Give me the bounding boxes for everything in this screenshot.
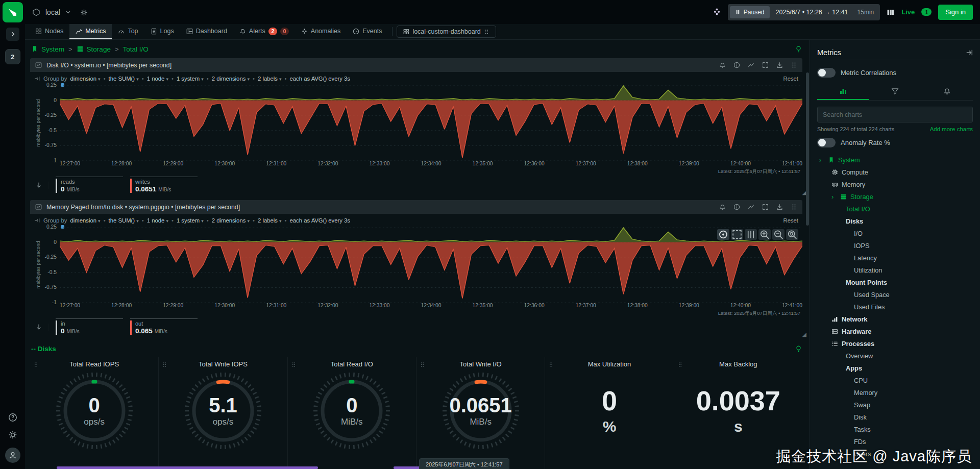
tab-alerts[interactable] bbox=[921, 83, 973, 100]
space-badge[interactable]: 2 bbox=[5, 49, 20, 64]
chart-info-button[interactable] bbox=[733, 204, 740, 210]
sidebar-tree-item-storage[interactable]: ›Storage bbox=[817, 190, 973, 203]
nav-tab-top[interactable]: Top bbox=[112, 24, 144, 39]
toolbar-chip-1-system[interactable]: 1 system ▾ bbox=[177, 76, 204, 82]
gauge-card-total-write-i-o[interactable]: Total Write I/O0.0651MiB/s bbox=[416, 357, 545, 469]
sidebar-tree-item-memory[interactable]: Memory bbox=[817, 386, 973, 399]
nav-tab-local-custom-dashboard[interactable]: local-custom-dashboard bbox=[397, 26, 496, 38]
collapse-sidebar-icon[interactable] bbox=[966, 49, 973, 56]
reset-button[interactable]: Reset bbox=[783, 76, 798, 82]
sidebar-tree-item-used-space[interactable]: Used Space bbox=[817, 288, 973, 301]
toolbar-chip-dimension[interactable]: dimension ▾ bbox=[70, 217, 100, 224]
toolbar-chip-the-sum[interactable]: the SUM() ▾ bbox=[109, 217, 139, 224]
plot-canvas[interactable] bbox=[60, 85, 802, 161]
user-avatar[interactable] bbox=[5, 448, 20, 463]
sign-in-button[interactable]: Sign in bbox=[938, 5, 973, 20]
sidebar-tree-item-overview[interactable]: Overview bbox=[817, 350, 973, 362]
gauge-card-max-utilization[interactable]: Max Utilization0% bbox=[545, 357, 674, 469]
chart-line-button[interactable] bbox=[748, 204, 754, 210]
space-settings-button[interactable] bbox=[80, 8, 88, 16]
sidebar-tree-item-swap[interactable]: Swap bbox=[817, 399, 973, 411]
sidebar-tree-item-disk[interactable]: Disk bbox=[817, 411, 973, 423]
anomaly-rate-toggle[interactable] bbox=[817, 138, 836, 147]
search-charts-input[interactable] bbox=[817, 107, 973, 122]
settings-button[interactable] bbox=[8, 430, 17, 439]
toolbar-chip-2-labels[interactable]: 2 labels ▾ bbox=[258, 76, 282, 82]
sidebar-tree-item-disks[interactable]: Disks bbox=[817, 215, 973, 227]
pause-button[interactable]: Paused bbox=[730, 6, 770, 18]
sidebar-tree-item-iops[interactable]: IOPS bbox=[817, 239, 973, 252]
legend-item-writes[interactable]: writes 0.0651MiB/s bbox=[130, 177, 198, 194]
tab-filters[interactable] bbox=[869, 83, 921, 100]
chart-select-button[interactable] bbox=[731, 229, 743, 240]
sidebar-tree-item-compute[interactable]: Compute bbox=[817, 166, 973, 178]
drag-handle-icon[interactable] bbox=[162, 360, 167, 368]
chart-bell-button[interactable] bbox=[719, 62, 726, 68]
nav-tab-logs[interactable]: Logs bbox=[144, 24, 180, 39]
chart-dots-button[interactable] bbox=[791, 204, 797, 210]
gauge-card-total-read-iops[interactable]: Total Read IOPS0ops/s bbox=[30, 357, 159, 469]
drag-handle-icon[interactable] bbox=[677, 360, 683, 368]
nav-tab-events[interactable]: Events bbox=[347, 24, 388, 39]
sidebar-tree-item-i-o[interactable]: I/O bbox=[817, 227, 973, 239]
legend-item-reads[interactable]: reads 0MiB/s bbox=[56, 177, 123, 194]
legend-item-out[interactable]: out 0.065MiB/s bbox=[130, 318, 198, 336]
toolbar-chip-each-as-avg-every-3s[interactable]: each as AVG() every 3s bbox=[290, 217, 350, 224]
toolbar-chip-2-labels[interactable]: 2 labels ▾ bbox=[258, 217, 282, 224]
legend-sort-button[interactable] bbox=[35, 182, 48, 189]
sidebar-tree-item-tasks[interactable]: Tasks bbox=[817, 423, 973, 435]
sidebar-tree-item-network[interactable]: Network bbox=[817, 313, 973, 325]
gauge-card-total-write-iops[interactable]: Total Write IOPS5.1ops/s bbox=[159, 357, 287, 469]
nav-tab-nodes[interactable]: Nodes bbox=[29, 24, 69, 39]
drag-handle-icon[interactable] bbox=[33, 360, 39, 368]
chart-download-button[interactable] bbox=[776, 62, 783, 68]
toolbar-chip-2-dimensions[interactable]: 2 dimensions ▾ bbox=[212, 217, 250, 224]
legend-item-in[interactable]: in 0MiB/s bbox=[56, 318, 123, 336]
drag-handle-icon[interactable] bbox=[548, 360, 554, 368]
toolbar-chip-1-node[interactable]: 1 node ▾ bbox=[147, 217, 168, 224]
breadcrumb-item-total-i-o[interactable]: Total I/O bbox=[123, 45, 149, 53]
plot-canvas[interactable] bbox=[60, 227, 802, 303]
chart-bell-button[interactable] bbox=[719, 204, 726, 210]
chart-zoomreset-button[interactable] bbox=[786, 229, 798, 240]
legend-sort-button[interactable] bbox=[35, 324, 48, 331]
chart-expand-button[interactable] bbox=[762, 62, 769, 68]
sidebar-tree-item-used-files[interactable]: Used Files bbox=[817, 301, 973, 313]
breadcrumb-item-system[interactable]: System bbox=[31, 45, 64, 53]
section-disks[interactable]: -- Disks bbox=[25, 342, 810, 355]
sidebar-tree-item-hardware[interactable]: Hardware bbox=[817, 325, 973, 337]
sidebar-tree-item-latency[interactable]: Latency bbox=[817, 252, 973, 264]
reset-button[interactable]: Reset bbox=[783, 217, 798, 224]
help-button[interactable] bbox=[8, 413, 17, 422]
metric-correlations-toggle[interactable] bbox=[817, 68, 836, 78]
add-more-charts-link[interactable]: Add more charts bbox=[930, 126, 973, 132]
sidebar-tree-item-utilization[interactable]: Utilization bbox=[817, 264, 973, 276]
sidebar-tree-item-processes[interactable]: Processes bbox=[817, 337, 973, 350]
sidebar-tree-item-apps[interactable]: Apps bbox=[817, 362, 973, 374]
space-name[interactable]: local bbox=[45, 8, 60, 16]
duration-label[interactable]: 15min bbox=[857, 9, 874, 16]
sidebar-tree-item-fds[interactable]: FDs bbox=[817, 435, 973, 448]
sidebar-tree-item-mount-points[interactable]: Mount Points bbox=[817, 276, 973, 288]
anomalies-button[interactable] bbox=[713, 8, 721, 16]
live-label[interactable]: Live bbox=[901, 8, 915, 16]
chart-info-button[interactable] bbox=[733, 62, 740, 68]
nav-tab-anomalies[interactable]: Anomalies bbox=[295, 24, 347, 39]
rail-expand-button[interactable] bbox=[6, 28, 19, 41]
sidebar-tree-item-memory[interactable]: Memory bbox=[817, 178, 973, 190]
tab-charts[interactable] bbox=[817, 83, 869, 100]
toolbar-chip-the-sum[interactable]: the SUM() ▾ bbox=[109, 76, 139, 82]
nav-tab-metrics[interactable]: Metrics bbox=[69, 24, 112, 39]
insight-button[interactable] bbox=[795, 45, 802, 53]
chart-zoomout-button[interactable] bbox=[772, 229, 785, 240]
chart-header[interactable]: Disk I/O • system.io • [mebibytes per se… bbox=[30, 58, 802, 72]
nav-tab-dashboard[interactable]: Dashboard bbox=[180, 24, 233, 39]
chart-target-button[interactable] bbox=[717, 229, 729, 240]
chevron-down-icon[interactable] bbox=[65, 9, 71, 15]
nodes-panel-button[interactable] bbox=[887, 8, 895, 16]
gauge-card-total-read-i-o[interactable]: Total Read I/O0MiB/s bbox=[288, 357, 416, 469]
chart-expand-button[interactable] bbox=[762, 204, 769, 210]
chart-line-button[interactable] bbox=[748, 62, 754, 68]
nav-tab-alerts[interactable]: Alerts20 bbox=[233, 24, 295, 39]
chart-plot-area[interactable]: mebibytes per second 0.250-0.25-0.5-0.75… bbox=[30, 227, 802, 303]
